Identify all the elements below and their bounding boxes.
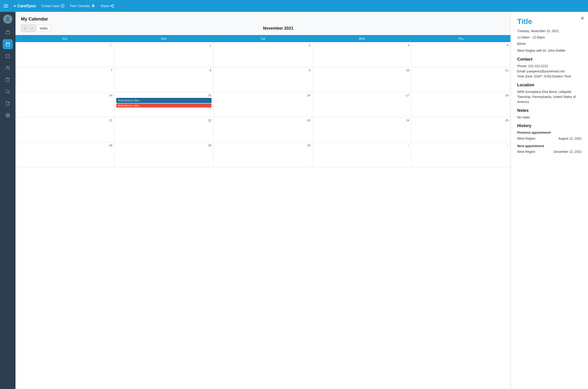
calendar-week: 311234 — [15, 42, 510, 67]
calendar-date: 4 — [413, 43, 509, 47]
svg-line-7 — [111, 5, 113, 6]
svg-point-22 — [7, 114, 9, 116]
svg-rect-14 — [6, 54, 10, 58]
calendar-date: 24 — [314, 119, 409, 122]
sidebar-item-target[interactable] — [3, 110, 13, 120]
calendar-date: 18 — [413, 94, 509, 97]
calendar-date: 29 — [116, 144, 211, 147]
calendar-cell[interactable]: 16 — [213, 92, 313, 117]
calendar-cell[interactable]: 23 — [213, 117, 313, 142]
calendar-cell[interactable]: 1 — [312, 142, 411, 167]
calendar-day-header: Thu — [411, 35, 510, 42]
calendar-cell[interactable]: 22 — [115, 117, 213, 142]
calendar-cell[interactable]: 24 — [312, 117, 411, 142]
user-avatar[interactable]: 👤 — [3, 15, 12, 24]
sidebar-item-calendar[interactable] — [3, 39, 13, 49]
sidebar-item-group[interactable] — [3, 63, 13, 73]
calendar-date: 30 — [215, 144, 311, 147]
calendar-cell[interactable]: 29 — [115, 142, 213, 167]
svg-rect-18 — [7, 78, 9, 79]
location-section-title: Location — [517, 83, 582, 88]
previous-appointment-label: Previous appointment — [517, 130, 582, 135]
calendar-date: 23 — [215, 119, 311, 122]
calendar-week: 28293012 — [15, 142, 510, 167]
calendar-date: 2 — [215, 43, 311, 47]
close-button[interactable]: ✕ — [581, 15, 584, 21]
svg-rect-10 — [6, 43, 10, 46]
calendar-cell[interactable]: 2 — [411, 142, 510, 167]
detail-time: 11:00am - 12:00pm — [517, 35, 582, 40]
calendar-day-header: Mon — [115, 35, 213, 42]
calendar-cell[interactable]: 4 — [411, 42, 510, 67]
svg-rect-0 — [4, 4, 8, 5]
detail-duration: 60min — [517, 41, 582, 47]
calendar-cell[interactable]: 31 — [15, 42, 115, 67]
next-appt-date: December 12, 2021 — [554, 150, 582, 154]
svg-point-23 — [7, 115, 8, 115]
calendar-cell[interactable]: 28 — [15, 142, 115, 167]
calendar-cell[interactable]: 14 — [15, 92, 115, 117]
svg-line-8 — [111, 6, 113, 7]
calendar-cell[interactable]: 11 — [411, 67, 510, 92]
detail-location: 5856 Someplace Else Bend, Lafayette Town… — [517, 89, 582, 104]
notes-section-title: Notes — [517, 108, 582, 113]
previous-appointment-row: West Region August 12, 2021 — [517, 137, 582, 140]
calendar-date: 1 — [314, 144, 409, 147]
calendar-cell[interactable]: 15North Avenue Vete...North Avenue Vete.… — [115, 92, 213, 117]
calendar-event[interactable]: North Avenue Vete... — [116, 98, 211, 103]
detail-title: Title — [517, 17, 582, 26]
calendar-cell[interactable]: 2 — [213, 42, 313, 67]
calendar-date: 11 — [413, 68, 509, 72]
detail-phone: Phone: 222-222-2222 — [517, 64, 582, 68]
calendar-cell[interactable]: 10 — [312, 67, 411, 92]
calendar-date: 22 — [116, 119, 211, 122]
contact-section-title: Contact — [517, 57, 582, 62]
calendar-date: 14 — [17, 94, 113, 97]
calendar-date: 28 — [17, 144, 113, 147]
calendar-cell[interactable]: 21 — [15, 117, 115, 142]
sidebar-item-document[interactable] — [3, 98, 13, 108]
calendar-date: 2 — [413, 144, 509, 147]
svg-point-17 — [6, 66, 8, 68]
create-case-button[interactable]: Create Case — [42, 4, 65, 8]
app-logo: + CareSync — [14, 4, 36, 8]
calendar-date: 7 — [17, 68, 113, 72]
prev-appt-region: West Region — [517, 137, 535, 140]
detail-email: Email: juanperez@youremail.com — [517, 69, 582, 74]
calendar-day-header: Tue — [213, 35, 313, 42]
calendar-date: 10 — [314, 68, 409, 72]
sidebar-item-clipboard[interactable] — [3, 75, 13, 85]
calendar-event[interactable]: North Avenue Vete... — [116, 103, 211, 107]
share-button[interactable]: Share — [100, 4, 114, 8]
prev-month-button[interactable]: ‹ — [21, 25, 29, 32]
calendar-day-header: Sun — [15, 35, 115, 42]
next-appt-region: West Region — [517, 150, 535, 154]
calendar-date: 3 — [314, 43, 409, 47]
svg-point-4 — [113, 4, 114, 5]
calendar-date: 8 — [116, 68, 211, 72]
calendar-cell[interactable]: 7 — [15, 67, 115, 92]
calendar-cell[interactable]: 3 — [312, 42, 411, 67]
sidebar-item-search[interactable] — [3, 87, 13, 97]
calendar-week: 1415North Avenue Vete...North Avenue Vet… — [15, 92, 510, 117]
calendar-cell[interactable]: 25 — [411, 117, 510, 142]
next-month-button[interactable]: › — [29, 25, 36, 32]
month-label: November 2021 — [263, 26, 294, 31]
today-button[interactable]: today — [36, 25, 52, 32]
calendar-date: 17 — [314, 94, 409, 97]
hamburger-icon[interactable] — [4, 4, 8, 8]
calendar-week: 2122232425 — [15, 117, 510, 142]
calendar-cell[interactable]: 9 — [213, 67, 313, 92]
calendar-cell[interactable]: 17 — [312, 92, 411, 117]
history-section-title: History — [517, 124, 582, 128]
calendar-cell[interactable]: 30 — [213, 142, 313, 167]
detail-timezone: Time Zone: (GMT -5:00) Eastern Time — [517, 74, 582, 79]
calendar-cell[interactable]: 8 — [115, 67, 213, 92]
calendar-cell[interactable]: 18 — [411, 92, 510, 117]
peer-consults-button[interactable]: Peer Consults — [70, 4, 95, 8]
page-title: My Calendar — [21, 16, 505, 22]
calendar-cell[interactable]: 1 — [115, 42, 213, 67]
calendar-date: 31 — [17, 43, 113, 47]
sidebar-item-events[interactable] — [3, 51, 13, 61]
sidebar-item-briefcase[interactable] — [3, 27, 13, 37]
